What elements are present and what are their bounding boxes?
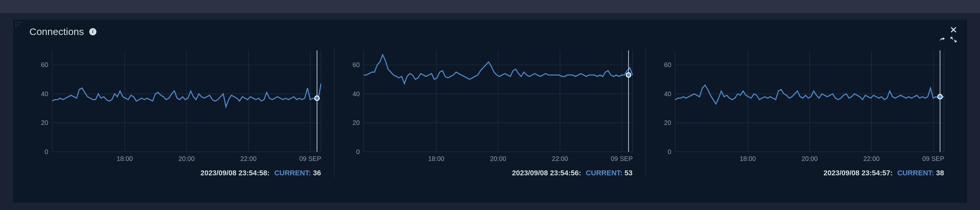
svg-text:22:00: 22:00 <box>240 155 257 162</box>
svg-point-1 <box>18 22 19 23</box>
chart-2-value: 38 <box>936 169 944 177</box>
chart-1-value: 53 <box>625 169 633 177</box>
svg-text:22:00: 22:00 <box>863 155 880 162</box>
svg-text:60: 60 <box>41 61 48 68</box>
svg-point-45 <box>626 73 631 77</box>
chart-0-value: 36 <box>313 169 321 177</box>
chart-0-svg[interactable]: 020406018:0020:0022:0009 SEP <box>33 47 324 165</box>
svg-point-5 <box>15 27 17 28</box>
panel-controls <box>939 26 957 43</box>
svg-text:40: 40 <box>353 90 360 97</box>
svg-text:20:00: 20:00 <box>178 155 195 162</box>
connections-panel: Connections i 020406018:0020:0022:0009 S… <box>13 20 967 203</box>
svg-point-0 <box>15 22 17 23</box>
svg-text:09 SEP: 09 SEP <box>299 155 321 162</box>
svg-text:20:00: 20:00 <box>802 155 818 162</box>
charts-row: 020406018:0020:0022:0009 SEP 2023/09/08 … <box>23 47 957 177</box>
chart-0-footer: 2023/09/08 23:54:58: CURRENT: 36 <box>33 169 324 177</box>
svg-text:20:00: 20:00 <box>490 155 506 162</box>
svg-text:18:00: 18:00 <box>428 155 445 162</box>
svg-point-2 <box>20 22 21 23</box>
svg-text:40: 40 <box>41 90 48 97</box>
chart-2[interactable]: 020406018:0020:0022:0009 SEP 2023/09/08 … <box>646 47 957 177</box>
svg-text:0: 0 <box>356 148 360 155</box>
chart-2-timestamp: 2023/09/08 23:54:57: <box>823 169 893 177</box>
svg-point-25 <box>315 96 319 100</box>
svg-text:0: 0 <box>45 148 48 155</box>
svg-point-65 <box>938 94 942 99</box>
top-bar <box>0 0 980 13</box>
svg-text:60: 60 <box>664 61 671 68</box>
svg-text:40: 40 <box>664 90 671 97</box>
svg-text:22:00: 22:00 <box>552 155 568 162</box>
svg-text:20: 20 <box>41 119 48 126</box>
chart-2-footer: 2023/09/08 23:54:57: CURRENT: 38 <box>656 169 947 177</box>
expand-icon[interactable] <box>950 36 957 43</box>
panel-header: Connections i <box>23 26 957 37</box>
svg-text:20: 20 <box>353 119 360 126</box>
svg-point-4 <box>18 24 19 25</box>
chart-2-svg[interactable]: 020406018:0020:0022:0009 SEP <box>656 47 947 165</box>
svg-text:09 SEP: 09 SEP <box>611 155 633 162</box>
chart-0-metric-label: CURRENT: 36 <box>274 169 321 177</box>
chart-1-timestamp: 2023/09/08 23:54:56: <box>512 169 581 177</box>
close-icon[interactable] <box>950 26 957 33</box>
svg-text:60: 60 <box>353 61 360 68</box>
chart-1-footer: 2023/09/08 23:54:56: CURRENT: 53 <box>344 169 636 177</box>
chart-0[interactable]: 020406018:0020:0022:0009 SEP 2023/09/08 … <box>23 47 334 177</box>
svg-point-3 <box>15 24 17 25</box>
drag-handle-icon[interactable] <box>14 21 24 30</box>
svg-text:18:00: 18:00 <box>117 155 133 162</box>
svg-text:0: 0 <box>668 148 671 155</box>
info-icon[interactable]: i <box>89 28 96 35</box>
chart-1-metric-label: CURRENT: 53 <box>586 169 633 177</box>
share-icon[interactable] <box>939 36 946 43</box>
panel-title: Connections <box>29 26 84 37</box>
chart-1[interactable]: 020406018:0020:0022:0009 SEP 2023/09/08 … <box>334 47 646 177</box>
svg-text:09 SEP: 09 SEP <box>923 155 944 162</box>
chart-1-svg[interactable]: 020406018:0020:0022:0009 SEP <box>344 47 636 165</box>
chart-2-metric-label: CURRENT: 38 <box>897 169 944 177</box>
chart-0-timestamp: 2023/09/08 23:54:58: <box>200 169 270 177</box>
svg-text:20: 20 <box>664 119 671 126</box>
svg-text:18:00: 18:00 <box>740 155 756 162</box>
